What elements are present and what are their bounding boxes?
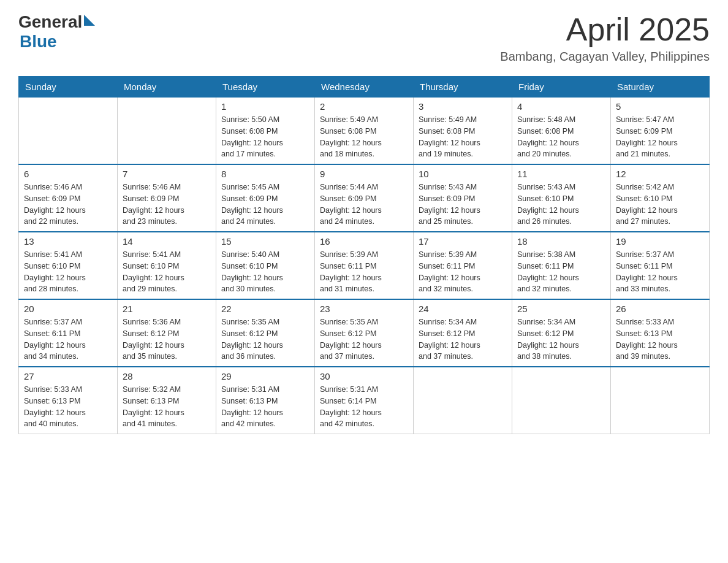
day-info: Sunrise: 5:39 AMSunset: 6:11 PMDaylight:… (320, 249, 408, 295)
calendar-cell: 28Sunrise: 5:32 AMSunset: 6:13 PMDayligh… (118, 367, 216, 434)
day-info: Sunrise: 5:40 AMSunset: 6:10 PMDaylight:… (221, 249, 309, 295)
day-number: 1 (221, 101, 309, 112)
day-number: 27 (24, 371, 112, 381)
calendar-cell: 29Sunrise: 5:31 AMSunset: 6:13 PMDayligh… (216, 367, 315, 434)
calendar-cell: 1Sunrise: 5:50 AMSunset: 6:08 PMDaylight… (216, 98, 315, 165)
logo: General Blue (18, 12, 95, 52)
calendar-cell: 26Sunrise: 5:33 AMSunset: 6:13 PMDayligh… (611, 299, 710, 367)
day-info: Sunrise: 5:41 AMSunset: 6:10 PMDaylight:… (123, 249, 211, 295)
day-info: Sunrise: 5:50 AMSunset: 6:08 PMDaylight:… (221, 114, 309, 160)
day-info: Sunrise: 5:46 AMSunset: 6:09 PMDaylight:… (24, 182, 112, 228)
logo-blue-text: Blue (20, 32, 95, 52)
day-number: 19 (616, 236, 704, 247)
location-title: Bambang, Cagayan Valley, Philippines (500, 50, 710, 64)
day-info: Sunrise: 5:41 AMSunset: 6:10 PMDaylight:… (24, 249, 112, 295)
day-info: Sunrise: 5:38 AMSunset: 6:11 PMDaylight:… (517, 249, 605, 295)
calendar-cell: 5Sunrise: 5:47 AMSunset: 6:09 PMDaylight… (611, 98, 710, 165)
calendar-body: 1Sunrise: 5:50 AMSunset: 6:08 PMDaylight… (19, 98, 710, 434)
calendar-cell (512, 367, 611, 434)
day-number: 13 (24, 236, 112, 247)
day-number: 11 (517, 169, 605, 179)
calendar-cell: 10Sunrise: 5:43 AMSunset: 6:09 PMDayligh… (414, 164, 512, 232)
day-info: Sunrise: 5:44 AMSunset: 6:09 PMDaylight:… (320, 182, 408, 228)
day-info: Sunrise: 5:48 AMSunset: 6:08 PMDaylight:… (517, 114, 605, 160)
day-number: 7 (123, 169, 211, 179)
day-number: 3 (419, 101, 507, 112)
day-info: Sunrise: 5:37 AMSunset: 6:11 PMDaylight:… (616, 249, 704, 295)
day-number: 18 (517, 236, 605, 247)
day-number: 5 (616, 101, 704, 112)
day-of-week-header: Tuesday (216, 77, 315, 98)
day-number: 17 (419, 236, 507, 247)
day-number: 9 (320, 169, 408, 179)
day-info: Sunrise: 5:35 AMSunset: 6:12 PMDaylight:… (320, 316, 408, 362)
days-of-week-row: SundayMondayTuesdayWednesdayThursdayFrid… (19, 77, 710, 98)
calendar-cell: 3Sunrise: 5:49 AMSunset: 6:08 PMDaylight… (414, 98, 512, 165)
calendar-cell: 15Sunrise: 5:40 AMSunset: 6:10 PMDayligh… (216, 232, 315, 299)
day-info: Sunrise: 5:34 AMSunset: 6:12 PMDaylight:… (419, 316, 507, 362)
calendar-cell (118, 98, 216, 165)
calendar-cell: 8Sunrise: 5:45 AMSunset: 6:09 PMDaylight… (216, 164, 315, 232)
calendar-cell: 21Sunrise: 5:36 AMSunset: 6:12 PMDayligh… (118, 299, 216, 367)
calendar-cell: 9Sunrise: 5:44 AMSunset: 6:09 PMDaylight… (315, 164, 414, 232)
calendar-cell: 24Sunrise: 5:34 AMSunset: 6:12 PMDayligh… (414, 299, 512, 367)
day-of-week-header: Monday (118, 77, 216, 98)
day-info: Sunrise: 5:43 AMSunset: 6:10 PMDaylight:… (517, 182, 605, 228)
calendar-week-row: 1Sunrise: 5:50 AMSunset: 6:08 PMDaylight… (19, 98, 710, 165)
calendar-cell: 2Sunrise: 5:49 AMSunset: 6:08 PMDaylight… (315, 98, 414, 165)
calendar-cell: 17Sunrise: 5:39 AMSunset: 6:11 PMDayligh… (414, 232, 512, 299)
day-info: Sunrise: 5:36 AMSunset: 6:12 PMDaylight:… (123, 316, 211, 362)
day-number: 28 (123, 371, 211, 381)
day-number: 20 (24, 304, 112, 314)
calendar-header: SundayMondayTuesdayWednesdayThursdayFrid… (19, 77, 710, 98)
calendar-cell (414, 367, 512, 434)
day-of-week-header: Friday (512, 77, 611, 98)
calendar-cell: 12Sunrise: 5:42 AMSunset: 6:10 PMDayligh… (611, 164, 710, 232)
calendar-week-row: 20Sunrise: 5:37 AMSunset: 6:11 PMDayligh… (19, 299, 710, 367)
calendar-cell: 14Sunrise: 5:41 AMSunset: 6:10 PMDayligh… (118, 232, 216, 299)
calendar-cell: 6Sunrise: 5:46 AMSunset: 6:09 PMDaylight… (19, 164, 118, 232)
logo-triangle-icon (84, 15, 95, 26)
calendar-week-row: 6Sunrise: 5:46 AMSunset: 6:09 PMDaylight… (19, 164, 710, 232)
day-info: Sunrise: 5:43 AMSunset: 6:09 PMDaylight:… (419, 182, 507, 228)
title-section: April 2025 Bambang, Cagayan Valley, Phil… (500, 12, 710, 64)
day-number: 14 (123, 236, 211, 247)
day-of-week-header: Wednesday (315, 77, 414, 98)
calendar-cell: 23Sunrise: 5:35 AMSunset: 6:12 PMDayligh… (315, 299, 414, 367)
day-number: 25 (517, 304, 605, 314)
calendar-cell: 19Sunrise: 5:37 AMSunset: 6:11 PMDayligh… (611, 232, 710, 299)
day-info: Sunrise: 5:35 AMSunset: 6:12 PMDaylight:… (221, 316, 309, 362)
calendar-cell: 16Sunrise: 5:39 AMSunset: 6:11 PMDayligh… (315, 232, 414, 299)
day-info: Sunrise: 5:33 AMSunset: 6:13 PMDaylight:… (24, 384, 112, 430)
day-number: 21 (123, 304, 211, 314)
day-number: 15 (221, 236, 309, 247)
calendar-cell: 11Sunrise: 5:43 AMSunset: 6:10 PMDayligh… (512, 164, 611, 232)
day-info: Sunrise: 5:34 AMSunset: 6:12 PMDaylight:… (517, 316, 605, 362)
day-number: 16 (320, 236, 408, 247)
calendar-cell: 18Sunrise: 5:38 AMSunset: 6:11 PMDayligh… (512, 232, 611, 299)
day-info: Sunrise: 5:47 AMSunset: 6:09 PMDaylight:… (616, 114, 704, 160)
day-number: 2 (320, 101, 408, 112)
calendar-cell: 27Sunrise: 5:33 AMSunset: 6:13 PMDayligh… (19, 367, 118, 434)
day-info: Sunrise: 5:32 AMSunset: 6:13 PMDaylight:… (123, 384, 211, 430)
day-info: Sunrise: 5:49 AMSunset: 6:08 PMDaylight:… (320, 114, 408, 160)
calendar-cell: 7Sunrise: 5:46 AMSunset: 6:09 PMDaylight… (118, 164, 216, 232)
calendar-cell: 25Sunrise: 5:34 AMSunset: 6:12 PMDayligh… (512, 299, 611, 367)
calendar-week-row: 13Sunrise: 5:41 AMSunset: 6:10 PMDayligh… (19, 232, 710, 299)
day-number: 8 (221, 169, 309, 179)
day-number: 30 (320, 371, 408, 381)
day-info: Sunrise: 5:37 AMSunset: 6:11 PMDaylight:… (24, 316, 112, 362)
day-number: 26 (616, 304, 704, 314)
calendar-table: SundayMondayTuesdayWednesdayThursdayFrid… (18, 76, 710, 434)
day-number: 24 (419, 304, 507, 314)
day-number: 4 (517, 101, 605, 112)
logo-general-text: General (18, 12, 82, 32)
calendar-cell: 20Sunrise: 5:37 AMSunset: 6:11 PMDayligh… (19, 299, 118, 367)
day-number: 23 (320, 304, 408, 314)
day-of-week-header: Thursday (414, 77, 512, 98)
calendar-cell (611, 367, 710, 434)
day-info: Sunrise: 5:45 AMSunset: 6:09 PMDaylight:… (221, 182, 309, 228)
day-info: Sunrise: 5:39 AMSunset: 6:11 PMDaylight:… (419, 249, 507, 295)
calendar-cell: 4Sunrise: 5:48 AMSunset: 6:08 PMDaylight… (512, 98, 611, 165)
day-info: Sunrise: 5:31 AMSunset: 6:14 PMDaylight:… (320, 384, 408, 430)
